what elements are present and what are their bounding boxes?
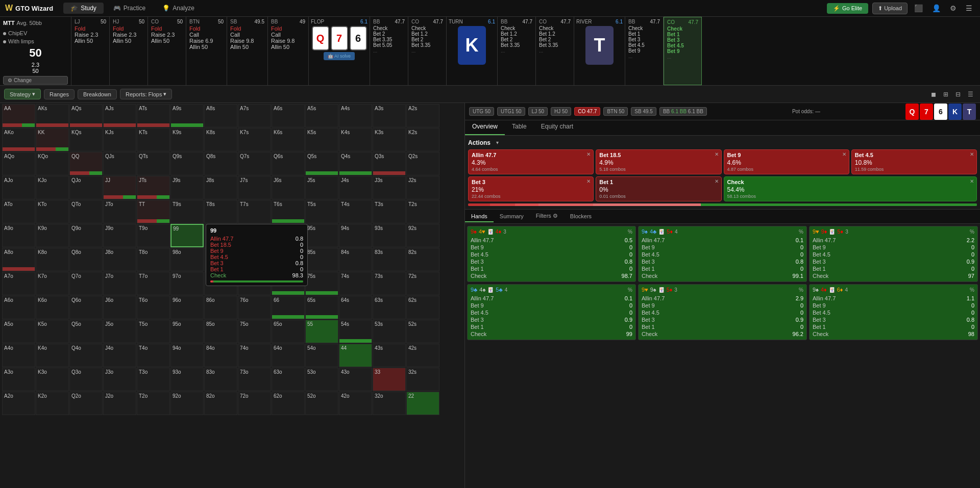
cell-62o[interactable]: 62o (272, 392, 305, 415)
cell-ats[interactable]: ATs (137, 104, 170, 127)
go-elite-button[interactable]: ⚡ Go Elite (827, 3, 868, 14)
cell-a2s[interactable]: A2s (406, 104, 439, 127)
cell-q5o[interactable]: Q5o (69, 320, 103, 343)
cell-97o[interactable]: 97o (170, 272, 204, 295)
cell-ajs[interactable]: AJs (103, 104, 136, 127)
cell-75o[interactable]: 75o (238, 320, 271, 343)
cell-a4s[interactable]: A4s (339, 104, 372, 127)
cell-kk[interactable]: KK (36, 128, 69, 151)
cell-75s[interactable]: 75s (305, 272, 338, 295)
cell-k7s[interactable]: K7s (238, 128, 271, 151)
cell-jto[interactable]: JTo (103, 200, 136, 223)
cell-qto[interactable]: QTo (69, 200, 103, 223)
cell-t6s[interactable]: T6s (272, 200, 305, 223)
cell-k6o[interactable]: K6o (36, 296, 69, 319)
cell-j5s[interactable]: J5s (305, 176, 338, 199)
hand-5[interactable]: 9♥ 9♠ 🃏 5♦ 3 % Allin 47.72.9 Bet 90 Bet … (638, 284, 807, 340)
cell-82o[interactable]: 82o (204, 392, 237, 415)
tab-overview[interactable]: Overview (465, 120, 505, 135)
cell-ako[interactable]: AKo (2, 128, 35, 151)
cell-q6s[interactable]: Q6s (272, 152, 305, 175)
cell-aks[interactable]: AKs (36, 104, 69, 127)
cell-k9s[interactable]: K9s (170, 128, 204, 151)
cell-k2o[interactable]: K2o (36, 392, 69, 415)
cell-a4o[interactable]: A4o (2, 344, 35, 367)
cell-t5o[interactable]: T5o (137, 320, 170, 343)
cell-qq[interactable]: QQ (69, 152, 103, 175)
tab-equity-chart[interactable]: Equity chart (534, 120, 580, 135)
cell-t2o[interactable]: T2o (137, 392, 170, 415)
cell-t9s[interactable]: T9s (170, 200, 204, 223)
cell-t4o[interactable]: T4o (137, 344, 170, 367)
cell-qjs[interactable]: QJs (103, 152, 136, 175)
view-toggle-2[interactable]: ⊞ (941, 90, 951, 99)
cell-64o[interactable]: 64o (272, 344, 305, 367)
cell-k8s[interactable]: K8s (204, 128, 237, 151)
cell-52o[interactable]: 52o (305, 392, 338, 415)
cell-aqs[interactable]: AQs (69, 104, 103, 127)
cell-72o[interactable]: 72o (238, 392, 271, 415)
cell-54s[interactable]: 54s (339, 320, 372, 343)
cell-k3s[interactable]: K3s (373, 128, 406, 151)
cell-83o[interactable]: 83o (204, 368, 237, 391)
cell-73o[interactable]: 73o (238, 368, 271, 391)
cell-q8s[interactable]: Q8s (204, 152, 237, 175)
cell-92s[interactable]: 92s (406, 224, 439, 247)
cell-j4s[interactable]: J4s (339, 176, 372, 199)
cell-kqs[interactable]: KQs (69, 128, 103, 151)
cell-q7o[interactable]: Q7o (69, 272, 103, 295)
cell-q3o[interactable]: Q3o (69, 368, 103, 391)
cell-93o[interactable]: 93o (170, 368, 204, 391)
cell-t2s[interactable]: T2s (406, 200, 439, 223)
pos-hj[interactable]: HJ 50 (551, 107, 571, 116)
cell-k7o[interactable]: K7o (36, 272, 69, 295)
cell-64s[interactable]: 64s (339, 296, 372, 319)
action-bet4[interactable]: ✕ Bet 4.5 10.8% 11.59 combos (851, 149, 977, 174)
upload-button[interactable]: ⬆ Upload (872, 3, 908, 14)
cell-k5o[interactable]: K5o (36, 320, 69, 343)
action-bet18[interactable]: ✕ Bet 18.5 4.9% 5.18 combos (596, 149, 721, 174)
cell-a3o[interactable]: A3o (2, 368, 35, 391)
cell-82s[interactable]: 82s (406, 248, 439, 271)
tab-summary[interactable]: Summary (494, 211, 530, 222)
cell-95s[interactable]: 95s (305, 224, 338, 247)
tab-table[interactable]: Table (505, 120, 534, 135)
cell-83s[interactable]: 83s (373, 248, 406, 271)
actions-menu[interactable]: ▾ (494, 139, 501, 146)
tab-hands[interactable]: Hands (465, 211, 494, 222)
cell-53s[interactable]: 53s (373, 320, 406, 343)
cell-t5s[interactable]: T5s (305, 200, 338, 223)
cell-a5o[interactable]: A5o (2, 320, 35, 343)
cell-74o[interactable]: 74o (238, 344, 271, 367)
pos-btn[interactable]: BTN 50 (603, 107, 628, 116)
close-bet3[interactable]: ✕ (586, 178, 591, 184)
cell-j6s[interactable]: J6s (272, 176, 305, 199)
cell-k4o[interactable]: K4o (36, 344, 69, 367)
cell-t8o[interactable]: T8o (137, 248, 170, 271)
cell-j6o[interactable]: J6o (103, 296, 136, 319)
cell-k3o[interactable]: K3o (36, 368, 69, 391)
action-allin[interactable]: ✕ Allin 47.7 4.3% 4.64 combos (468, 149, 594, 174)
cell-62s[interactable]: 62s (406, 296, 439, 319)
close-bet4[interactable]: ✕ (970, 151, 974, 157)
cell-q9o[interactable]: Q9o (69, 224, 103, 247)
cell-q2s[interactable]: Q2s (406, 152, 439, 175)
cell-63s[interactable]: 63s (373, 296, 406, 319)
cell-52s[interactable]: 52s (406, 320, 439, 343)
cell-kjo[interactable]: KJo (36, 176, 69, 199)
cell-q8o[interactable]: Q8o (69, 248, 103, 271)
hand-3[interactable]: 9♥ 9♦ 🃏 5♦ 3 % Allin 47.72.2 Bet 90 Bet … (809, 226, 978, 282)
cell-93s[interactable]: 93s (373, 224, 406, 247)
cell-k5s[interactable]: K5s (305, 128, 338, 151)
cell-65s[interactable]: 65s (305, 296, 338, 319)
cell-j4o[interactable]: J4o (103, 344, 136, 367)
action-check[interactable]: ✕ Check 54.4% 58.13 combos (724, 176, 977, 201)
cell-k8o[interactable]: K8o (36, 248, 69, 271)
cell-32o[interactable]: 32o (373, 392, 406, 415)
cell-j9s[interactable]: J9s (170, 176, 204, 199)
cell-j3s[interactable]: J3s (373, 176, 406, 199)
user-icon-button[interactable]: 👤 (929, 3, 943, 13)
cell-j7s[interactable]: J7s (238, 176, 271, 199)
pos-utg1[interactable]: UTG1 50 (497, 107, 525, 116)
cell-t7s[interactable]: T7s (238, 200, 271, 223)
